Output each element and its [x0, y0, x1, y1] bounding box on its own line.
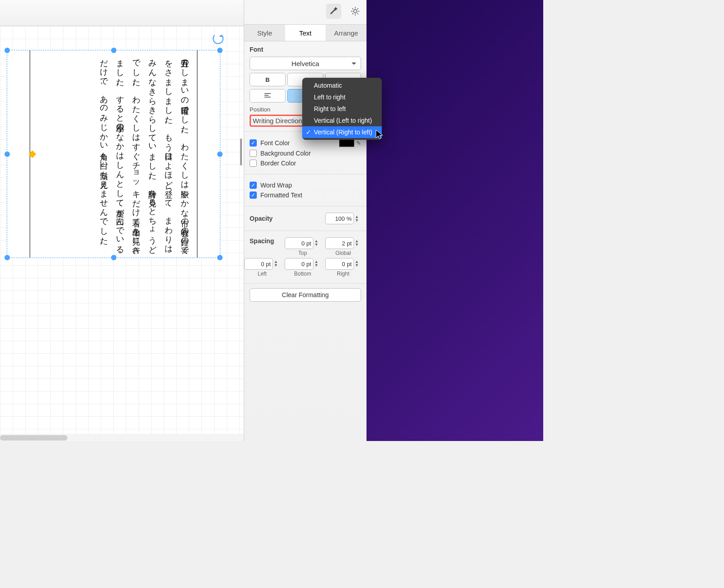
menu-ltr[interactable]: Left to right — [302, 91, 382, 103]
selected-text-box[interactable]: 五月のしまいの日曜でした。わたくしは賑やかな市の教会の鐘の音で眼をさましました。… — [7, 50, 220, 258]
selection-handle[interactable] — [111, 48, 116, 53]
spacing-right-input[interactable]: 0 pt — [325, 258, 354, 270]
spacing-bottom-stepper[interactable]: ▲▼ — [314, 258, 321, 269]
wrap-section: ✓ Word Wrap ✓ Formatted Text — [244, 174, 366, 206]
bold-button[interactable]: B — [250, 73, 286, 86]
border-color-label: Border Color — [260, 160, 296, 167]
rotate-handle[interactable] — [213, 33, 223, 44]
font-color-label: Font Color — [260, 139, 290, 147]
menu-rtl[interactable]: Right to left — [302, 103, 382, 115]
svg-point-5 — [353, 9, 357, 13]
tab-arrange[interactable]: Arrange — [326, 25, 366, 41]
spacing-right-stepper[interactable]: ▲▼ — [355, 258, 361, 269]
opacity-section: Opacity 100 % ▲▼ — [244, 206, 366, 231]
bg-color-checkbox[interactable] — [250, 150, 257, 157]
spacing-left-input[interactable]: 0 pt — [244, 258, 273, 270]
font-label: Font — [250, 46, 361, 53]
spacing-left-caption: Left — [258, 271, 267, 277]
sun-icon[interactable] — [348, 4, 363, 19]
menu-vertical-ltr[interactable]: Vertical (Left to right) — [302, 115, 382, 126]
spacing-label: Spacing — [250, 237, 274, 245]
formatted-text-label: Formatted Text — [260, 192, 302, 199]
word-wrap-label: Word Wrap — [260, 182, 292, 189]
selection-handle[interactable] — [217, 255, 223, 260]
font-color-swatch[interactable] — [339, 139, 354, 147]
selection-handle[interactable] — [4, 151, 10, 157]
writing-direction-menu: Automatic Left to right Right to left Ve… — [302, 78, 382, 140]
cursor-icon — [375, 129, 384, 141]
spacing-top-stepper[interactable]: ▲▼ — [314, 237, 321, 248]
font-color-checkbox[interactable]: ✓ — [250, 139, 257, 147]
spacing-top-caption: Top — [298, 250, 307, 256]
opacity-label: Opacity — [250, 215, 273, 222]
selection-handle[interactable] — [111, 255, 116, 260]
wand-icon[interactable] — [326, 4, 341, 19]
menu-automatic[interactable]: Automatic — [302, 80, 382, 91]
opacity-input[interactable]: 100 % — [325, 213, 354, 224]
spacing-bottom-input[interactable]: 0 pt — [285, 258, 313, 270]
tab-text[interactable]: Text — [285, 25, 326, 41]
align-left-button[interactable] — [250, 89, 286, 102]
menu-vertical-rtl[interactable]: Vertical (Right to left) — [302, 126, 382, 138]
font-family-select[interactable]: Helvetica — [250, 57, 361, 70]
font-family-value: Helvetica — [291, 60, 319, 67]
spacing-global-stepper[interactable]: ▲▼ — [355, 237, 361, 248]
app-window: 五月のしまいの日曜でした。わたくしは賑やかな市の教会の鐘の音で眼をさましました。… — [0, 0, 543, 441]
opacity-stepper[interactable]: ▲▼ — [355, 213, 361, 224]
spacing-top-input[interactable]: 0 pt — [285, 237, 313, 249]
selection-handle[interactable] — [217, 48, 223, 53]
text-content[interactable]: 五月のしまいの日曜でした。わたくしは賑やかな市の教会の鐘の音で眼をさましました。… — [34, 54, 193, 254]
selection-handle[interactable] — [4, 255, 10, 260]
scrollbar-thumb[interactable] — [0, 435, 67, 441]
inspector-resize-handle[interactable] — [240, 138, 242, 165]
selection-handle[interactable] — [217, 151, 223, 157]
word-wrap-checkbox[interactable]: ✓ — [250, 182, 257, 189]
spacing-right-caption: Right — [337, 271, 349, 277]
spacing-global-input[interactable]: 2 pt — [325, 237, 354, 249]
spacing-section: Spacing 0 pt▲▼ Top 2 pt▲▼ Global 0 pt▲▼ … — [244, 231, 366, 284]
bg-color-label: Background Color — [260, 150, 311, 157]
eyedropper-icon[interactable]: ✎ — [356, 140, 361, 147]
spacing-bottom-caption: Bottom — [294, 271, 311, 277]
spacing-global-caption: Global — [335, 250, 351, 256]
clear-formatting-button[interactable]: Clear Formatting — [250, 288, 361, 302]
formatted-text-checkbox[interactable]: ✓ — [250, 192, 257, 199]
inspector-tabs: Style Text Arrange — [244, 24, 366, 41]
text-margin-right — [197, 50, 197, 258]
tab-style[interactable]: Style — [244, 25, 285, 41]
selection-handle[interactable] — [4, 48, 10, 53]
spacing-left-stepper[interactable]: ▲▼ — [274, 258, 280, 269]
inspector-panel: Style Text Arrange Font Helvetica B I U — [244, 0, 366, 441]
border-color-checkbox[interactable] — [250, 160, 257, 167]
writing-direction-label: Writing Direction — [250, 115, 305, 127]
